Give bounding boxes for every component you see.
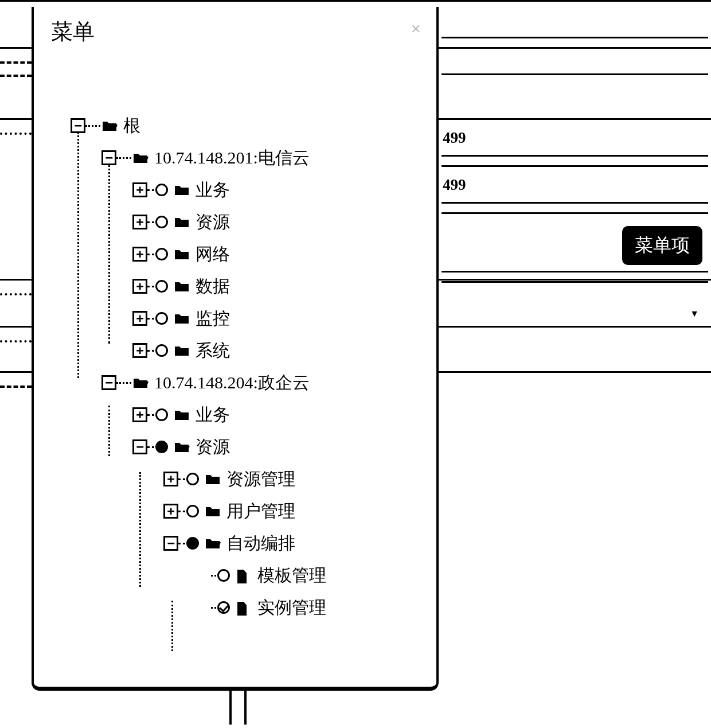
node-label: 业务 [196,178,230,202]
node-label: 系统 [196,339,230,363]
collapse-icon[interactable]: − [163,536,178,551]
folder-open-icon [101,119,118,132]
tree-node-root[interactable]: − 根 [71,110,423,142]
tree-node-cloud1[interactable]: − 10.74.148.201:电信云 [101,142,423,174]
right-value-2: 499 [443,176,466,194]
radio-icon[interactable] [186,505,199,517]
node-label: 10.74.148.204:政企云 [154,371,310,395]
bottom-stub [229,690,247,725]
tree-node[interactable]: + 数据 [132,270,423,302]
folder-icon [174,280,190,293]
node-label: 资源 [196,211,230,234]
folder-open-icon [205,537,221,550]
node-label: 业务 [196,403,230,427]
radio-checked-icon[interactable] [217,601,230,614]
tree: − 根 − 10.74.148.201:电信云 + 业务 + 资源 + [71,110,423,624]
tree-node-cloud2[interactable]: − 10.74.148.204:政企云 [101,367,423,399]
expand-icon[interactable]: + [132,343,147,358]
node-label: 资源 [196,435,230,459]
expand-icon[interactable]: + [132,182,147,197]
node-label: 监控 [196,307,230,330]
tree-leaf-selected[interactable]: 实例管理 [194,591,423,624]
menu-item-badge[interactable]: 菜单项 [622,226,702,265]
folder-icon [205,505,221,517]
menu-modal: 菜单 ✕ − 根 − 10.74.148.201:电信云 + 业务 [32,7,439,691]
file-icon [236,601,252,614]
node-label: 数据 [196,275,230,298]
folder-icon [205,473,221,485]
radio-filled-icon[interactable] [186,537,199,550]
close-icon[interactable]: ✕ [409,23,423,37]
node-label: 10.74.148.201:电信云 [154,146,310,170]
file-icon [236,569,252,582]
tree-node-resource[interactable]: − 资源 [132,431,423,463]
radio-icon[interactable] [186,473,199,485]
tree-leaf[interactable]: 模板管理 [194,559,423,591]
radio-icon[interactable] [155,216,168,228]
folder-open-icon [132,151,149,164]
collapse-icon[interactable]: − [101,150,116,165]
folder-icon [174,248,190,260]
modal-title: 菜单 [51,17,423,46]
expand-icon[interactable]: + [132,311,147,326]
tree-node[interactable]: + 系统 [132,334,423,367]
collapse-icon[interactable]: − [101,375,116,390]
node-label: 根 [123,114,140,138]
node-label: 自动编排 [226,532,295,555]
tree-node[interactable]: + 资源 [132,206,423,238]
node-label: 网络 [196,243,230,266]
folder-icon [174,216,190,228]
node-label: 用户管理 [226,500,295,523]
right-value-1: 499 [443,129,466,147]
tree-node[interactable]: + 资源管理 [163,463,423,495]
folder-open-icon [132,376,149,389]
radio-icon[interactable] [155,280,168,293]
expand-icon[interactable]: + [132,247,147,262]
tree-node[interactable]: + 用户管理 [163,495,423,527]
radio-icon[interactable] [155,248,168,260]
radio-icon[interactable] [155,312,168,325]
radio-icon[interactable] [155,184,168,196]
node-label: 实例管理 [257,596,326,620]
folder-icon [174,312,190,325]
expand-icon[interactable]: + [132,407,147,422]
tree-node[interactable]: + 业务 [132,399,423,431]
expand-icon[interactable]: + [163,472,178,486]
expand-icon[interactable]: + [163,504,178,519]
expand-icon[interactable]: + [132,279,147,294]
radio-icon[interactable] [217,569,230,582]
tree-node[interactable]: + 监控 [132,302,423,334]
folder-open-icon [174,441,190,453]
node-label: 资源管理 [226,468,295,491]
tree-node-auto[interactable]: − 自动编排 [163,527,423,559]
collapse-icon[interactable]: − [71,118,85,133]
chevron-down-icon[interactable]: ▼ [690,309,699,319]
folder-icon [174,408,190,421]
tree-node[interactable]: + 网络 [132,238,423,270]
collapse-icon[interactable]: − [132,439,147,454]
folder-icon [174,344,190,357]
folder-icon [174,184,190,196]
radio-icon[interactable] [155,344,168,357]
node-label: 模板管理 [257,564,326,587]
expand-icon[interactable]: + [132,215,147,229]
radio-filled-icon[interactable] [155,441,168,453]
tree-node[interactable]: + 业务 [132,174,423,206]
right-panel: 499 499 菜单项 ▼ [442,0,708,728]
radio-icon[interactable] [155,408,168,421]
